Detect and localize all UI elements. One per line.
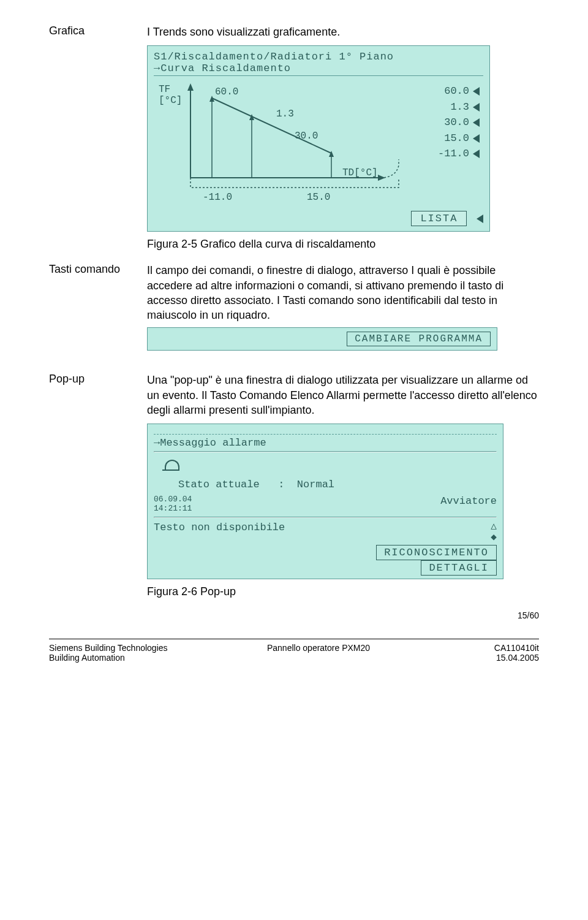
x-axis-label: TD[°C] [342, 167, 378, 178]
footer-right2: 15.04.2005 [429, 653, 539, 663]
popup-title: →Messaggio allarme [154, 437, 497, 449]
rv-1: 1.3 [450, 99, 469, 115]
bell-small-fill-icon: ◆ [491, 533, 497, 544]
chart-val-1.3: 1.3 [276, 108, 294, 120]
label-grafica: Grafica [49, 25, 147, 39]
triangle-icon[interactable] [473, 150, 480, 158]
lcd-title-line1: S1/Riscaldamento/Radiatori 1° Piano [154, 51, 483, 63]
footer-right1: CA110410it [429, 643, 539, 653]
triangle-icon[interactable] [473, 87, 480, 96]
figure-2-5-caption: Figura 2-5 Grafico della curva di riscal… [147, 238, 539, 251]
dettagli-button[interactable]: DETTAGLI [421, 560, 497, 576]
footer: Siemens Building Technologies Pannello o… [49, 639, 539, 663]
popup-date: 06.09.04 [154, 495, 192, 504]
popup-avviatore: Avviatore [440, 495, 497, 513]
popup-time: 14:21:11 [154, 504, 192, 513]
lcd-title-line2: →Curva Riscaldamento [154, 63, 483, 74]
lcd-popup-panel: →Messaggio allarme Stato attuale : Norma… [147, 424, 503, 579]
footer-left2: Building Automation [49, 653, 208, 663]
popup-state-label: Stato attuale [178, 479, 260, 490]
chart-svg: TF [°C] 60.0 1.3 30.0 TD[°C] -11.0 15.0 [154, 80, 417, 202]
chart-area: TF [°C] 60.0 1.3 30.0 TD[°C] -11.0 15.0 … [154, 80, 483, 208]
label-popup: Pop-up [49, 373, 147, 417]
rv-3: 15.0 [444, 131, 469, 146]
section-tasti-comando: Tasti comando Il campo dei comandi, o fi… [49, 263, 539, 322]
bell-small-icon: △ [491, 522, 497, 533]
chart-right-values: 60.0 1.3 30.0 15.0 -11.0 [438, 83, 480, 162]
rv-2: 30.0 [444, 115, 469, 131]
y-axis-label-tf: TF [159, 84, 170, 95]
figure-2-6-caption: Figura 2-6 Pop-up [147, 585, 539, 598]
lcd-chart-panel: S1/Riscaldamento/Radiatori 1° Piano →Cur… [147, 45, 490, 232]
y-axis-label-c: [°C] [159, 95, 182, 106]
body-grafica: I Trends sono visualizzati graficamente. [147, 25, 539, 39]
lcd-separator [154, 451, 497, 452]
rv-4: -11.0 [438, 146, 469, 162]
bell-icon [162, 458, 179, 473]
triangle-icon[interactable] [473, 134, 480, 143]
lcd-strip-panel: CAMBIARE PROGRAMMA [147, 327, 497, 351]
triangle-icon[interactable] [473, 103, 480, 112]
section-popup: Pop-up Una "pop-up" è una finestra di di… [49, 373, 539, 417]
popup-state-value: Normal [297, 479, 334, 490]
svg-marker-2 [187, 83, 194, 91]
cambiare-programma-button[interactable]: CAMBIARE PROGRAMMA [347, 332, 491, 346]
triangle-icon[interactable] [473, 118, 480, 127]
section-grafica: Grafica I Trends sono visualizzati grafi… [49, 25, 539, 39]
svg-marker-10 [329, 151, 334, 157]
chart-val-xmax: 15.0 [307, 192, 330, 202]
chart-button-row: LISTA [154, 211, 483, 226]
chart-val-30: 30.0 [295, 131, 318, 142]
lcd-separator [154, 517, 497, 518]
svg-line-4 [212, 98, 331, 153]
page-number: 15/60 [49, 610, 539, 620]
riconoscimento-button[interactable]: RICONOSCIMENTO [376, 545, 497, 560]
triangle-icon[interactable] [477, 215, 483, 223]
lista-button[interactable]: LISTA [411, 211, 467, 226]
rv-0: 60.0 [444, 83, 469, 99]
popup-testo: Testo non disponibile [154, 522, 285, 533]
chart-val-xmin: -11.0 [203, 192, 232, 202]
footer-left1: Siemens Building Technologies [49, 643, 208, 653]
body-tasti: Il campo dei comandi, o finestre di dial… [147, 263, 539, 322]
body-popup: Una "pop-up" è una finestra di dialogo u… [147, 373, 539, 417]
popup-side-icons: △ ◆ [491, 522, 497, 543]
footer-mid: Pannello operatore PXM20 [208, 643, 429, 653]
document-page: Grafica I Trends sono visualizzati grafi… [0, 0, 588, 675]
label-tasti: Tasti comando [49, 263, 147, 322]
chart-val-60: 60.0 [215, 86, 238, 97]
lcd-separator [154, 75, 483, 76]
